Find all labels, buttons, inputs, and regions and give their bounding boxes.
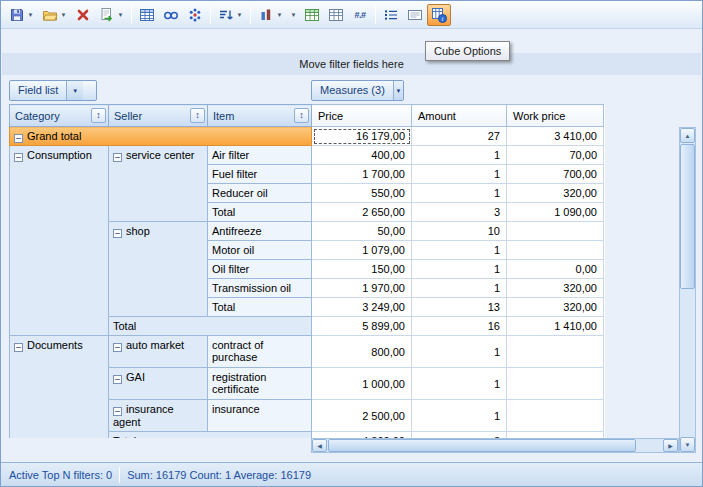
column-header-amount[interactable]: Amount bbox=[412, 105, 507, 127]
value-cell[interactable]: 1 bbox=[412, 241, 507, 260]
row-header-cell[interactable]: Total bbox=[109, 317, 312, 336]
group-header-cell[interactable]: −Consumption bbox=[10, 146, 109, 336]
field-list-toggle-button[interactable] bbox=[379, 4, 403, 26]
group-header-cell[interactable]: −Documents bbox=[10, 336, 109, 439]
value-cell[interactable]: 1 bbox=[412, 400, 507, 432]
row-header-cell[interactable]: Motor oil bbox=[208, 241, 312, 260]
scale-button[interactable]: ▼ bbox=[254, 4, 287, 26]
value-cell[interactable]: 1 700,00 bbox=[312, 165, 412, 184]
more-options-button[interactable]: ▼ bbox=[287, 4, 300, 26]
value-cell[interactable]: 27 bbox=[412, 127, 507, 146]
value-cell[interactable]: 1 bbox=[412, 184, 507, 203]
grid-view-button[interactable] bbox=[135, 4, 159, 26]
vertical-scrollbar[interactable]: ▲ ▼ bbox=[679, 127, 696, 453]
vertical-scroll-thumb[interactable] bbox=[680, 144, 695, 289]
row-header-cell[interactable]: Transmission oil bbox=[208, 279, 312, 298]
clear-button[interactable] bbox=[71, 4, 95, 26]
collapse-icon[interactable]: − bbox=[14, 153, 23, 162]
fields-dots-button[interactable] bbox=[183, 4, 207, 26]
value-cell[interactable]: 1 bbox=[412, 336, 507, 368]
grid-layout-button[interactable] bbox=[324, 4, 348, 26]
sort-filter-icon[interactable]: ↕ bbox=[294, 108, 309, 123]
preview-button[interactable] bbox=[159, 4, 183, 26]
value-cell[interactable]: 16 179,00 bbox=[312, 127, 412, 146]
value-cell[interactable]: 0,00 bbox=[507, 260, 604, 279]
collapse-icon[interactable]: − bbox=[14, 134, 23, 143]
horizontal-scrollbar[interactable]: ◀ ▶ bbox=[311, 438, 679, 453]
value-cell[interactable]: 1 bbox=[412, 146, 507, 165]
value-cell[interactable]: 1 bbox=[412, 165, 507, 184]
value-cell[interactable]: 2 650,00 bbox=[312, 203, 412, 222]
row-header-cell[interactable]: Total bbox=[109, 432, 312, 439]
group-header-cell[interactable]: −auto market bbox=[109, 336, 208, 368]
scroll-down-icon[interactable]: ▼ bbox=[680, 437, 695, 452]
value-cell[interactable]: 3 bbox=[412, 203, 507, 222]
collapse-icon[interactable]: − bbox=[113, 343, 122, 352]
value-cell[interactable]: 5 899,00 bbox=[312, 317, 412, 336]
save-button[interactable]: ▼ bbox=[5, 4, 38, 26]
collapse-icon[interactable]: − bbox=[113, 153, 122, 162]
row-header-cell[interactable]: Fuel filter bbox=[208, 165, 312, 184]
column-header-work-price[interactable]: Work price bbox=[507, 105, 604, 127]
value-cell[interactable]: 1 410,00 bbox=[507, 317, 604, 336]
value-cell[interactable] bbox=[507, 400, 604, 432]
editor-button[interactable] bbox=[403, 4, 427, 26]
collapse-icon[interactable]: − bbox=[14, 343, 23, 352]
value-cell[interactable]: 3 249,00 bbox=[312, 298, 412, 317]
row-header-cell[interactable]: Total bbox=[208, 203, 312, 222]
value-cell[interactable]: 1 090,00 bbox=[507, 203, 604, 222]
value-cell[interactable]: 16 bbox=[412, 317, 507, 336]
collapse-icon[interactable]: − bbox=[113, 375, 122, 384]
sort-button[interactable]: ▼ bbox=[214, 4, 247, 26]
value-cell[interactable]: 1 079,00 bbox=[312, 241, 412, 260]
group-header-cell[interactable]: −shop bbox=[109, 222, 208, 317]
column-header-seller[interactable]: Seller ↕ bbox=[109, 105, 208, 127]
scroll-right-icon[interactable]: ▶ bbox=[663, 439, 678, 452]
row-header-cell[interactable]: registration certificate bbox=[208, 368, 312, 400]
collapse-icon[interactable]: − bbox=[113, 407, 122, 416]
value-cell[interactable]: 1 bbox=[412, 260, 507, 279]
row-header-cell[interactable]: Air filter bbox=[208, 146, 312, 165]
value-cell[interactable]: 1 bbox=[412, 368, 507, 400]
value-cell[interactable]: 50,00 bbox=[312, 222, 412, 241]
row-header-cell[interactable]: contract of purchase bbox=[208, 336, 312, 368]
row-header-cell[interactable]: Antifreeze bbox=[208, 222, 312, 241]
collapse-icon[interactable]: − bbox=[113, 229, 122, 238]
filter-drop-zone[interactable]: Move filter fields here bbox=[2, 53, 701, 75]
field-list-button[interactable]: Field list ▼ bbox=[9, 80, 97, 101]
value-cell[interactable]: 13 bbox=[412, 298, 507, 317]
group-header-cell[interactable]: −Grand total bbox=[10, 127, 312, 146]
value-cell[interactable]: 1 000,00 bbox=[312, 368, 412, 400]
chevron-down-icon[interactable]: ▼ bbox=[66, 81, 83, 100]
value-cell[interactable]: 3 410,00 bbox=[507, 127, 604, 146]
export-button[interactable]: ▼ bbox=[95, 4, 128, 26]
value-cell[interactable]: 320,00 bbox=[507, 298, 604, 317]
value-cell[interactable]: 150,00 bbox=[312, 260, 412, 279]
value-cell[interactable]: 70,00 bbox=[507, 146, 604, 165]
chevron-down-icon[interactable]: ▼ bbox=[393, 81, 403, 100]
value-cell[interactable]: 320,00 bbox=[507, 184, 604, 203]
row-header-cell[interactable]: insurance bbox=[208, 400, 312, 432]
group-header-cell[interactable]: −service center bbox=[109, 146, 208, 222]
column-header-item[interactable]: Item ↕ bbox=[208, 105, 312, 127]
group-header-cell[interactable]: −GAI bbox=[109, 368, 208, 400]
value-cell[interactable]: 400,00 bbox=[312, 146, 412, 165]
horizontal-scroll-thumb[interactable] bbox=[328, 439, 636, 452]
row-header-cell[interactable]: Reducer oil bbox=[208, 184, 312, 203]
value-cell[interactable]: 800,00 bbox=[312, 336, 412, 368]
value-cell[interactable]: 2 500,00 bbox=[312, 400, 412, 432]
value-cell[interactable]: 700,00 bbox=[507, 165, 604, 184]
value-cell[interactable] bbox=[507, 241, 604, 260]
group-header-cell[interactable]: −insurance agent bbox=[109, 400, 208, 432]
column-header-category[interactable]: Category ↕ bbox=[10, 105, 109, 127]
measures-button[interactable]: Measures (3) ▼ bbox=[311, 80, 404, 101]
row-header-cell[interactable]: Oil filter bbox=[208, 260, 312, 279]
value-cell[interactable]: 10 bbox=[412, 222, 507, 241]
value-cell[interactable] bbox=[507, 222, 604, 241]
value-cell[interactable]: 1 970,00 bbox=[312, 279, 412, 298]
grid-style-button[interactable] bbox=[300, 4, 324, 26]
open-button[interactable]: ▼ bbox=[38, 4, 71, 26]
column-header-price[interactable]: Price bbox=[312, 105, 412, 127]
scroll-up-icon[interactable]: ▲ bbox=[680, 128, 695, 143]
sort-filter-icon[interactable]: ↕ bbox=[91, 108, 106, 123]
